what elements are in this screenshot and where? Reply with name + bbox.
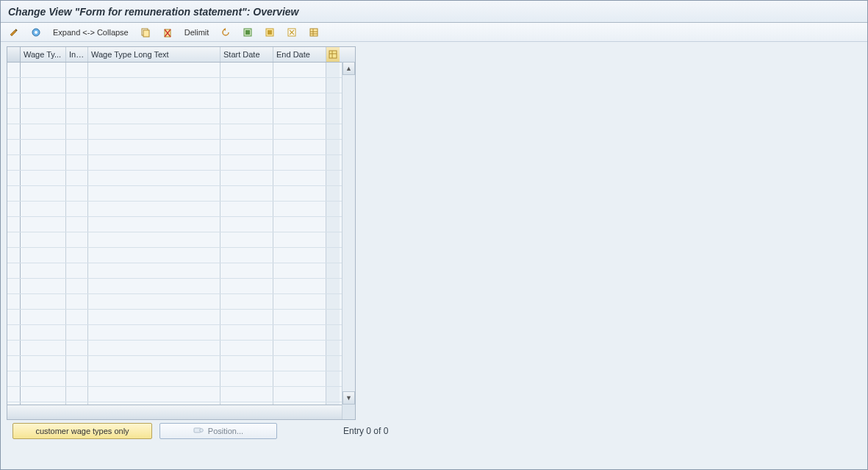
cell-start-date[interactable] [220, 63, 273, 77]
scroll-up-button[interactable]: ▲ [342, 62, 355, 75]
cell-end-date[interactable] [273, 341, 326, 355]
copy-icon[interactable] [137, 25, 154, 40]
cell-wage-type[interactable] [21, 140, 66, 154]
cell-wage-type[interactable] [21, 93, 66, 108]
cell-end-date[interactable] [273, 109, 326, 124]
table-row[interactable] [7, 356, 355, 371]
cell-end-date[interactable] [273, 171, 326, 185]
horizontal-scrollbar[interactable] [7, 405, 355, 419]
cell-start-date[interactable] [220, 279, 273, 293]
cell-inf[interactable] [66, 294, 88, 309]
row-selector[interactable] [7, 186, 21, 201]
cell-long-text[interactable] [88, 325, 220, 340]
configure-columns-button[interactable] [326, 47, 340, 62]
cell-inf[interactable] [66, 310, 88, 324]
cell-long-text[interactable] [88, 109, 220, 124]
cell-long-text[interactable] [88, 78, 220, 93]
cell-wage-type[interactable] [21, 171, 66, 185]
cell-long-text[interactable] [88, 232, 220, 247]
row-selector[interactable] [7, 155, 21, 170]
cell-end-date[interactable] [273, 78, 326, 93]
cell-long-text[interactable] [88, 155, 220, 170]
cell-end-date[interactable] [273, 310, 326, 324]
cell-end-date[interactable] [273, 356, 326, 371]
cell-long-text[interactable] [88, 248, 220, 263]
cell-inf[interactable] [66, 140, 88, 154]
cell-end-date[interactable] [273, 217, 326, 232]
other-view-icon[interactable] [27, 25, 45, 40]
cell-end-date[interactable] [273, 140, 326, 154]
row-selector[interactable] [7, 124, 21, 139]
cell-end-date[interactable] [273, 93, 326, 108]
cell-long-text[interactable] [88, 140, 220, 154]
table-row[interactable] [7, 217, 355, 232]
cell-wage-type[interactable] [21, 217, 66, 232]
cell-inf[interactable] [66, 341, 88, 355]
col-header-start-date[interactable]: Start Date [220, 47, 273, 62]
row-selector[interactable] [7, 63, 21, 77]
row-selector[interactable] [7, 387, 21, 402]
cell-long-text[interactable] [88, 124, 220, 139]
table-row[interactable] [7, 124, 355, 140]
col-header-long-text[interactable]: Wage Type Long Text [88, 47, 220, 62]
cell-start-date[interactable] [220, 232, 273, 247]
cell-start-date[interactable] [220, 171, 273, 185]
row-selector[interactable] [7, 341, 21, 355]
customer-wage-types-button[interactable]: customer wage types only [12, 423, 152, 439]
table-row[interactable] [7, 93, 355, 109]
cell-end-date[interactable] [273, 155, 326, 170]
cell-wage-type[interactable] [21, 124, 66, 139]
cell-start-date[interactable] [220, 140, 273, 154]
cell-start-date[interactable] [220, 371, 273, 386]
row-selector[interactable] [7, 171, 21, 185]
cell-inf[interactable] [66, 93, 88, 108]
delete-icon[interactable] [159, 25, 176, 40]
table-row[interactable] [7, 387, 355, 402]
cell-start-date[interactable] [220, 124, 273, 139]
table-row[interactable] [7, 171, 355, 186]
row-selector[interactable] [7, 294, 21, 309]
cell-wage-type[interactable] [21, 248, 66, 263]
cell-wage-type[interactable] [21, 232, 66, 247]
table-row[interactable] [7, 371, 355, 387]
table-row[interactable] [7, 325, 355, 341]
cell-start-date[interactable] [220, 186, 273, 201]
row-selector[interactable] [7, 279, 21, 293]
cell-start-date[interactable] [220, 356, 273, 371]
cell-long-text[interactable] [88, 93, 220, 108]
table-row[interactable] [7, 341, 355, 356]
cell-start-date[interactable] [220, 78, 273, 93]
row-selector[interactable] [7, 248, 21, 263]
cell-inf[interactable] [66, 124, 88, 139]
cell-end-date[interactable] [273, 294, 326, 309]
cell-inf[interactable] [66, 202, 88, 216]
row-selector[interactable] [7, 325, 21, 340]
cell-wage-type[interactable] [21, 387, 66, 402]
row-selector[interactable] [7, 78, 21, 93]
table-row[interactable] [7, 263, 355, 279]
row-selector[interactable] [7, 371, 21, 386]
cell-start-date[interactable] [220, 325, 273, 340]
cell-end-date[interactable] [273, 279, 326, 293]
cell-wage-type[interactable] [21, 78, 66, 93]
deselect-all-icon[interactable] [283, 25, 301, 40]
row-selector[interactable] [7, 217, 21, 232]
undo-icon[interactable] [217, 25, 234, 40]
table-row[interactable] [7, 140, 355, 155]
cell-long-text[interactable] [88, 310, 220, 324]
cell-start-date[interactable] [220, 294, 273, 309]
cell-end-date[interactable] [273, 248, 326, 263]
delimit-button[interactable]: Delimit [181, 25, 213, 40]
cell-end-date[interactable] [273, 232, 326, 247]
cell-inf[interactable] [66, 78, 88, 93]
cell-end-date[interactable] [273, 202, 326, 216]
table-row[interactable] [7, 202, 355, 217]
scroll-down-button[interactable]: ▼ [342, 391, 355, 405]
table-row[interactable] [7, 186, 355, 202]
cell-inf[interactable] [66, 263, 88, 278]
cell-long-text[interactable] [88, 217, 220, 232]
row-selector[interactable] [7, 202, 21, 216]
cell-inf[interactable] [66, 171, 88, 185]
cell-wage-type[interactable] [21, 109, 66, 124]
cell-long-text[interactable] [88, 341, 220, 355]
